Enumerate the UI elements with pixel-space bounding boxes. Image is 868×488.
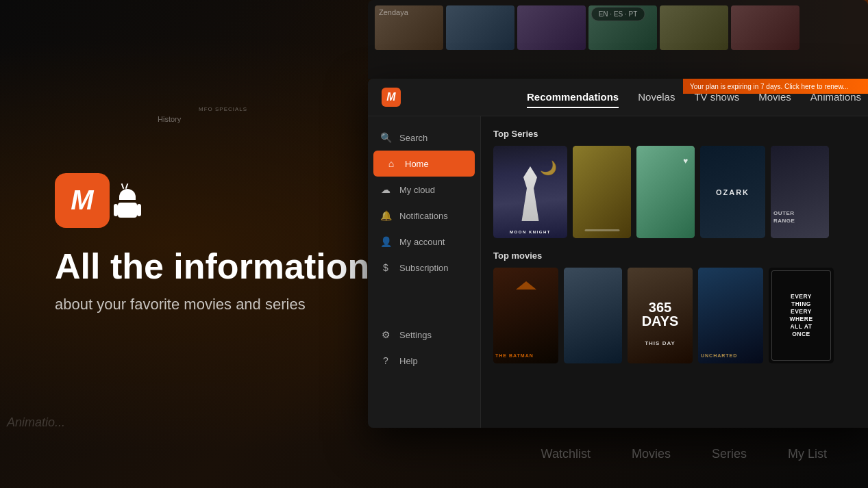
days-big-text: 365DAYS: [642, 300, 679, 328]
top-series-title: Top Series: [493, 129, 863, 139]
sidebar-spacer: [368, 281, 480, 322]
nav-recommendations[interactable]: Recommendations: [527, 87, 619, 108]
sidebar-home-label: Home: [405, 159, 429, 169]
lang-selector: EN · ES · PT: [591, 7, 645, 21]
logo-container: M: [55, 173, 380, 228]
left-section: M All the information about your favorit…: [0, 0, 380, 488]
sidebar-help-label: Help: [399, 356, 418, 366]
poster-uncharted: UNCHARTED: [698, 268, 763, 363]
card-outer-range[interactable]: OUTERRANGE: [771, 146, 829, 238]
film-thumb-6: [731, 5, 799, 50]
card-uncharted[interactable]: UNCHARTED: [698, 268, 763, 363]
search-icon: 🔍: [380, 132, 391, 143]
top-movies-grid: THE BATMAN 365DAYS THIS DAY: [493, 268, 863, 363]
film-thumb-2: [446, 5, 514, 50]
hero-subtext: about your favorite movies and series: [55, 294, 380, 316]
hero-headline: All the information: [55, 247, 380, 286]
card-bcs[interactable]: [573, 146, 631, 238]
days-sub-text: THIS DAY: [628, 340, 693, 346]
robot-antenna-right: [125, 183, 129, 188]
sidebar-item-my-cloud[interactable]: ☁ My cloud: [368, 177, 480, 203]
watchlist-bg-label: Watchlist: [541, 447, 591, 461]
poster-bcs: [573, 146, 631, 238]
poster-365: 365DAYS THIS DAY: [628, 268, 693, 363]
everything-text: EVERYTHINGEVERYWHEREALL ATONCE: [771, 270, 831, 361]
card-heartstopper[interactable]: ♥: [636, 146, 695, 238]
sidebar-item-my-account[interactable]: 👤 My account: [368, 229, 480, 255]
poster-moon-knight: MOON KNIGHT: [493, 146, 567, 238]
robot-antenna-left: [121, 183, 125, 188]
sidebar-item-search[interactable]: 🔍 Search: [368, 125, 480, 151]
poster-outer-range: OUTERRANGE: [771, 146, 829, 238]
movies-bg-label: Movies: [632, 447, 671, 461]
top-movies-title: Top movies: [493, 251, 863, 261]
poster-ozark: OZARK: [700, 146, 765, 238]
main-content: Top Series MOON KNIGHT: [481, 116, 868, 428]
user-icon: 👤: [380, 236, 391, 247]
settings-icon: ⚙: [380, 329, 391, 340]
bell-icon: 🔔: [380, 210, 391, 221]
cloud-icon: ☁: [380, 184, 391, 195]
help-icon: ?: [380, 355, 391, 366]
series-bg-label: Series: [712, 447, 747, 461]
top-series-grid: MOON KNIGHT ♥: [493, 146, 863, 238]
film-thumb-5: [660, 5, 728, 50]
moon-knight-figure: [513, 166, 547, 221]
moon-knight-label: MOON KNIGHT: [510, 230, 551, 234]
robot-head: [119, 189, 136, 200]
sidebar-item-subscription[interactable]: $ Subscription: [368, 255, 480, 281]
app-body: 🔍 Search ⌂ Home ☁ My cloud 🔔 Notificatio…: [368, 116, 868, 428]
card-moon-knight[interactable]: MOON KNIGHT: [493, 146, 567, 238]
card-ozark[interactable]: OZARK: [700, 146, 765, 238]
sidebar-item-settings[interactable]: ⚙ Settings: [368, 322, 480, 348]
ozark-text: OZARK: [716, 188, 749, 196]
home-icon: ⌂: [386, 158, 397, 169]
card-everything[interactable]: EVERYTHINGEVERYWHEREALL ATONCE: [769, 268, 834, 363]
zendaya-label: Zendaya: [379, 8, 408, 16]
sidebar-item-notifications[interactable]: 🔔 Notifications: [368, 203, 480, 229]
poster-everything: EVERYTHINGEVERYWHEREALL ATONCE: [769, 268, 834, 363]
android-robot-icon: [114, 183, 141, 218]
bottom-bg-ui: Watchlist Movies Series My List: [368, 433, 868, 488]
top-partial-ui: EN · ES · PT Zendaya: [368, 0, 868, 79]
poster-batman: THE BATMAN: [493, 268, 558, 363]
notification-bar: Your plan is expiring in 7 days. Click h…: [683, 79, 868, 94]
app-logo-icon: M: [55, 173, 110, 228]
robot-arm-left: [114, 204, 118, 216]
sidebar-account-label: My account: [399, 237, 445, 247]
card-batman[interactable]: THE BATMAN: [493, 268, 558, 363]
robot-body: [118, 203, 137, 218]
sidebar-search-label: Search: [399, 133, 427, 143]
sidebar-item-help[interactable]: ? Help: [368, 348, 480, 374]
sidebar-settings-label: Settings: [399, 330, 432, 340]
robot-arm-right: [137, 204, 141, 216]
dollar-icon: $: [380, 262, 391, 273]
sidebar-notifications-label: Notifications: [399, 211, 448, 221]
card-365-days[interactable]: 365DAYS THIS DAY: [628, 268, 693, 363]
sidebar-cloud-label: My cloud: [399, 185, 435, 195]
sidebar-subscription-label: Subscription: [399, 263, 449, 273]
nav-novelas[interactable]: Novelas: [638, 87, 675, 108]
card-northman[interactable]: [564, 268, 622, 363]
sidebar: 🔍 Search ⌂ Home ☁ My cloud 🔔 Notificatio…: [368, 116, 481, 428]
my-list-bg-label: My List: [788, 447, 827, 461]
poster-northman: [564, 268, 622, 363]
app-logo-small: M: [382, 88, 401, 107]
film-thumb-3: [517, 5, 586, 50]
poster-heartstopper: ♥: [636, 146, 695, 238]
app-window: Your plan is expiring in 7 days. Click h…: [368, 79, 868, 428]
sidebar-item-home[interactable]: ⌂ Home: [373, 151, 475, 177]
